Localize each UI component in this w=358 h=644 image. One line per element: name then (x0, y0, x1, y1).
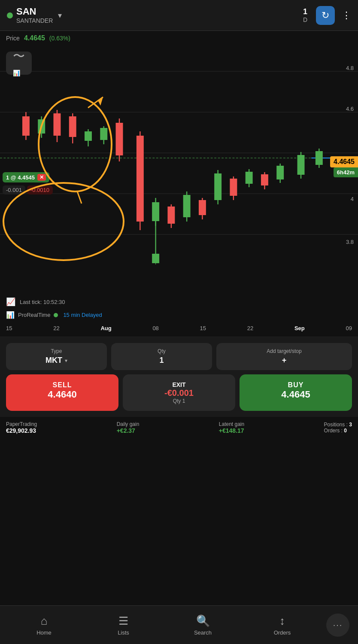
buy-button[interactable]: BUY 4.4645 (240, 374, 352, 411)
orders-icon: ↕ (279, 614, 285, 628)
latent-label: Latent gain (219, 421, 244, 427)
positions-count: 3 (349, 422, 352, 428)
positions-orders-info: Positions : 3 Orders : 0 (324, 422, 352, 434)
date-label-1: 22 (53, 325, 59, 331)
svg-rect-26 (167, 207, 175, 224)
timeframe-selector[interactable]: 1 D (303, 7, 307, 23)
qty-label: Qty (158, 348, 166, 354)
svg-rect-36 (246, 172, 253, 184)
ticker-fullname: SANTANDER (16, 17, 53, 24)
svg-rect-10 (38, 119, 45, 134)
pnl-box-pct: -0.0010 (27, 185, 53, 194)
qty-value: 1 (159, 356, 164, 365)
indicator-icon: 〜📊 (13, 48, 25, 78)
date-label-2: Aug (100, 325, 111, 331)
type-value: MKT (46, 356, 62, 365)
type-label: Type (51, 348, 62, 354)
account-info: PaperTrading €29,902.93 (6, 421, 37, 434)
chart-area[interactable]: 4.8 4.6 4.2 4 3.8 (0, 46, 358, 295)
nav-search[interactable]: 🔍 Search (163, 611, 243, 639)
refresh-button[interactable]: ↻ (316, 6, 335, 25)
price-label: Price (6, 35, 20, 42)
ticker-dropdown-arrow[interactable]: ▾ (58, 11, 62, 20)
sell-button[interactable]: SELL 4.4640 (6, 374, 118, 411)
orders-count: 0 (344, 428, 347, 434)
orders-label: Orders (274, 629, 291, 636)
prorealtime-label: ProRealTime (18, 312, 50, 318)
action-buttons-row: SELL 4.4640 EXIT -€0.001 Qty 1 BUY 4.464… (6, 374, 352, 411)
price-value: 4.4645 (24, 34, 45, 42)
price-change: (0.63%) (49, 35, 70, 42)
home-icon: ⌂ (41, 614, 48, 628)
latent-value: +€148.17 (219, 427, 244, 434)
svg-rect-16 (85, 131, 92, 141)
sell-price: 4.4640 (48, 389, 76, 400)
header-right: ↻ ⋮ (316, 6, 351, 25)
exit-qty: Qty 1 (173, 398, 185, 404)
positions-label: Positions : 3 (324, 422, 352, 428)
svg-rect-20 (116, 123, 123, 155)
header: SAN SANTANDER ▾ 1 D ↻ ⋮ (0, 0, 358, 31)
target-label: Add target/stop (267, 348, 301, 354)
order-type-selector[interactable]: Type MKT ▾ (6, 343, 107, 370)
svg-rect-44 (316, 151, 323, 165)
date-label-6: Sep (294, 325, 305, 331)
svg-rect-42 (297, 155, 305, 175)
data-source-bar: 📊 ProRealTime 15 min Delayed (0, 309, 358, 322)
position-close-button[interactable]: ✕ (37, 174, 46, 181)
ticker-symbol[interactable]: SAN (16, 6, 53, 17)
date-label-5: 22 (247, 325, 253, 331)
add-target-stop-button[interactable]: Add target/stop + (216, 343, 352, 370)
lists-label: Lists (118, 629, 129, 636)
date-label-4: 15 (200, 325, 206, 331)
nav-orders[interactable]: ↕ Orders (243, 611, 322, 639)
nav-spacer (0, 438, 358, 477)
date-label-3: 08 (152, 325, 158, 331)
sell-label: SELL (53, 381, 72, 389)
nav-home[interactable]: ⌂ Home (4, 611, 84, 639)
pnl-row: -0.001 -0.0010 (3, 185, 53, 194)
position-label: 1 @ 4.4545 ✕ (3, 172, 49, 182)
orders-label: Orders : 0 (324, 428, 352, 434)
latent-gain-info: Latent gain +€148.17 (219, 421, 244, 434)
order-controls-row: Type MKT ▾ Qty 1 Add target/stop + (6, 343, 352, 370)
more-menu-button[interactable]: ⋮ (342, 10, 351, 21)
svg-rect-34 (230, 179, 237, 196)
last-tick-label: Last tick: 10:52:30 (20, 299, 65, 305)
nav-more-button[interactable]: ··· (326, 614, 349, 637)
pnl-box-abs: -0.001 (3, 185, 25, 194)
type-dropdown-arrow: ▾ (65, 358, 67, 364)
qty-selector[interactable]: Qty 1 (111, 343, 212, 370)
svg-rect-28 (183, 195, 191, 217)
svg-rect-32 (214, 173, 221, 200)
nav-lists[interactable]: ☰ Lists (84, 611, 163, 639)
position-info: 1 @ 4.4545 (6, 174, 35, 181)
chart-indicator-button[interactable]: 〜📊 (6, 52, 32, 75)
daily-label: Daily gain (117, 421, 140, 427)
buy-label: BUY (288, 381, 304, 389)
refresh-icon: ↻ (322, 10, 329, 21)
account-label: PaperTrading (6, 421, 37, 427)
svg-rect-8 (22, 116, 30, 136)
svg-rect-47 (152, 254, 159, 263)
trading-panel: Type MKT ▾ Qty 1 Add target/stop + SELL … (0, 337, 358, 417)
date-axis: 15 22 Aug 08 15 22 Sep 09 (0, 322, 358, 337)
current-price-tag: 4.4645 (330, 156, 358, 167)
timeframe-unit: D (303, 16, 307, 23)
search-label: Search (194, 629, 212, 636)
paper-trading-bar: PaperTrading €29,902.93 Daily gain +€2.3… (0, 417, 358, 438)
price-bar: Price 4.4645 (0.63%) (0, 31, 358, 46)
prorealtime-icon: 📊 (6, 311, 15, 319)
date-label-0: 15 (6, 325, 12, 331)
exit-button[interactable]: EXIT -€0.001 Qty 1 (123, 374, 235, 411)
svg-rect-18 (100, 128, 107, 140)
exit-label: EXIT (172, 381, 185, 388)
ticker-block: SAN SANTANDER (16, 6, 53, 24)
svg-rect-22 (137, 136, 144, 222)
last-tick-time: 10:52:30 (43, 299, 65, 305)
date-label-7: 09 (346, 325, 352, 331)
status-dot (7, 12, 13, 18)
svg-rect-30 (199, 200, 206, 215)
chart-footer: 📈 Last tick: 10:52:30 (0, 295, 358, 309)
buy-price: 4.4645 (281, 389, 310, 400)
